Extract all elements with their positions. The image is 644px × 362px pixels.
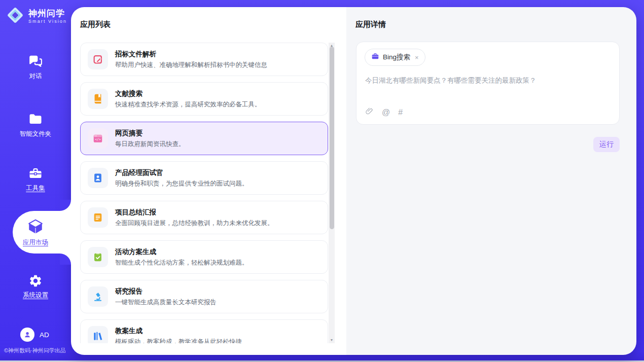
app-card-title: 网页摘要 — [115, 129, 185, 138]
memo-icon — [88, 207, 108, 228]
account-row[interactable]: AD — [20, 328, 49, 342]
sidebar-item-settings[interactable]: 系统设置 — [0, 274, 71, 300]
sidebar-item-label: 应用市场 — [0, 238, 71, 247]
active-nav-bump-corner-top — [60, 200, 71, 211]
sidebar-item-chat[interactable]: 对话 — [0, 54, 71, 81]
brand-logo: 神州问学 Smart Vision — [6, 6, 67, 27]
sidebar-item-app-market[interactable]: 应用市场 — [0, 218, 71, 247]
app-card-title: 教案生成 — [115, 327, 242, 336]
app-card-desc: 快速精准查找学术资源，提高研究效率的必备工具。 — [115, 100, 261, 109]
svg-text:</>: </> — [95, 137, 101, 141]
app-card[interactable]: 招标文件解析帮助用户快速、准确地理解和解析招标书中的关键信息 — [80, 43, 328, 76]
app-card-title: 招标文件解析 — [115, 50, 267, 59]
sidebar-item-label: 智能文件夹 — [0, 130, 71, 138]
app-card[interactable]: 教案生成模板驱动，教案秒成，教学准备从此轻松快捷 — [80, 319, 328, 343]
query-input[interactable]: 今日湖北有哪些新闻要点？有哪些需要关注的最新政策？ — [365, 76, 608, 86]
scrollbar-down-arrow-icon[interactable]: ▼ — [329, 337, 335, 343]
tool-tag-close-icon[interactable]: × — [415, 54, 419, 61]
folder-icon — [0, 112, 71, 127]
run-button[interactable]: 运行 — [593, 137, 620, 152]
person-doc-icon — [88, 168, 108, 188]
app-card-title: 产品经理面试官 — [115, 168, 248, 177]
query-card: Bing搜索 × 今日湖北有哪些新闻要点？有哪些需要关注的最新政策？ @ # — [356, 42, 620, 125]
app-card[interactable]: 文献搜索快速精准查找学术资源，提高研究效率的必备工具。 — [80, 82, 328, 116]
app-card-title: 活动方案生成 — [115, 247, 248, 257]
main-content: 应用列表 招标文件解析帮助用户快速、准确地理解和解析招标书中的关键信息文献搜索快… — [71, 7, 636, 355]
user-avatar-icon — [20, 328, 34, 342]
microscope-icon — [88, 286, 108, 307]
app-card-title: 项目总结汇报 — [115, 208, 274, 217]
app-card-title: 研究报告 — [115, 287, 217, 296]
app-card-desc: 智能生成个性化活动方案，轻松解决规划难题。 — [115, 259, 248, 267]
app-card[interactable]: 项目总结汇报全面回顾项目进展，总结经验教训，助力未来优化发展。 — [80, 201, 328, 234]
app-card[interactable]: </>网页摘要每日政府新闻资讯快查。 — [80, 122, 328, 155]
brand-name: 神州问学 — [28, 9, 67, 19]
tool-tag[interactable]: Bing搜索 × — [365, 49, 425, 66]
app-list-viewport: 招标文件解析帮助用户快速、准确地理解和解析招标书中的关键信息文献搜索快速精准查找… — [80, 43, 335, 343]
at-mention-icon[interactable]: @ — [382, 108, 390, 117]
app-card[interactable]: 研究报告一键智能生成高质量长文本研究报告 — [80, 280, 328, 313]
document-pen-icon — [88, 49, 108, 69]
briefcase-icon — [371, 52, 379, 62]
sidebar-item-label: 对话 — [0, 72, 71, 81]
hash-icon[interactable]: # — [398, 108, 403, 117]
cube-icon — [0, 218, 71, 235]
app-card-desc: 每日政府新闻资讯快查。 — [115, 140, 185, 149]
sidebar-item-label: 工具集 — [0, 184, 71, 193]
app-card-desc: 帮助用户快速、准确地理解和解析招标书中的关键信息 — [115, 61, 267, 69]
app-card-list: 招标文件解析帮助用户快速、准确地理解和解析招标书中的关键信息文献搜索快速精准查找… — [80, 43, 328, 343]
app-detail-title: 应用详情 — [355, 20, 386, 29]
active-nav-bump-corner-bottom — [60, 254, 71, 265]
app-list-scrollbar[interactable]: ▲ ▼ — [329, 43, 335, 343]
app-card-desc: 一键智能生成高质量长文本研究报告 — [115, 298, 217, 307]
sidebar-item-toolset[interactable]: 工具集 — [0, 166, 71, 193]
brand-tagline: Smart Vision — [28, 19, 67, 24]
tool-tag-label: Bing搜索 — [383, 53, 410, 62]
copyright-footer: ©神州数码·神州问学出品 — [4, 347, 66, 354]
gear-icon — [0, 274, 71, 288]
chat-icon — [0, 54, 71, 69]
app-list-panel: 应用列表 招标文件解析帮助用户快速、准确地理解和解析招标书中的关键信息文献搜索快… — [71, 7, 346, 355]
app-card[interactable]: 活动方案生成智能生成个性化活动方案，轻松解决规划难题。 — [80, 240, 328, 274]
scrollbar-thumb[interactable] — [330, 47, 334, 229]
app-detail-panel: 应用详情 Bing搜索 × 今日湖北有哪些新闻要点？有哪些需要关注的最新政策？ — [346, 7, 636, 355]
clipboard-check-icon — [88, 247, 108, 267]
user-initials: AD — [40, 331, 49, 339]
sidebar-item-label: 系统设置 — [0, 291, 71, 300]
books-icon — [88, 326, 108, 343]
diamond-logo-icon — [6, 6, 25, 27]
app-card-desc: 模板驱动，教案秒成，教学准备从此轻松快捷 — [115, 338, 242, 344]
app-card[interactable]: 产品经理面试官明确身份和职责，为您提供专业性的面试问题。 — [80, 161, 328, 195]
attachment-toolbar: @ # — [365, 107, 403, 118]
book-icon — [88, 89, 108, 109]
app-card-desc: 全面回顾项目进展，总结经验教训，助力未来优化发展。 — [115, 219, 274, 228]
app-card-desc: 明确身份和职责，为您提供专业性的面试问题。 — [115, 179, 248, 188]
app-list-title: 应用列表 — [80, 20, 111, 29]
sidebar: 神州问学 Smart Vision 对话智能文件夹工具集应用市场系统设置 AD … — [0, 0, 71, 360]
sidebar-item-smart-folders[interactable]: 智能文件夹 — [0, 112, 71, 138]
toolbox-icon — [0, 166, 71, 181]
paperclip-icon[interactable] — [365, 107, 374, 118]
web-code-icon: </> — [88, 128, 108, 149]
app-card-title: 文献搜索 — [115, 89, 261, 98]
